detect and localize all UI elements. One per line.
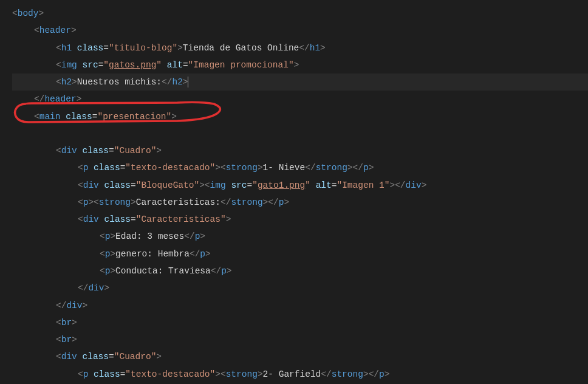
attr-value: titulo-blog (114, 43, 173, 53)
text-content: Edad: 3 meses (115, 231, 184, 241)
tag: img (210, 180, 226, 190)
tag: p (83, 163, 89, 173)
code-line[interactable]: <div class="Cuadro"> (12, 348, 588, 365)
attr: class (94, 369, 120, 379)
tag: div (61, 352, 77, 362)
code-line[interactable]: <body> (12, 5, 588, 22)
code-line[interactable]: </header> (12, 91, 588, 108)
tag: div (88, 283, 104, 293)
tag: br (61, 335, 72, 345)
code-line[interactable]: <div class="Cuadro"> (12, 142, 588, 159)
tag: div (61, 146, 77, 156)
attr-value: texto-destacado (131, 163, 210, 173)
attr: src (83, 60, 98, 70)
code-line[interactable]: <p>Edad: 3 meses</p> (12, 228, 588, 245)
attr: class (83, 146, 109, 156)
tag: br (61, 318, 72, 327)
tag: strong (226, 369, 258, 379)
code-line[interactable]: <p><strong>Caracteristicas:</strong></p> (12, 194, 588, 211)
tag: p (200, 249, 205, 259)
attr-value: Imagen promocional (193, 60, 289, 70)
attr: class (104, 214, 131, 224)
code-line[interactable]: <p>Conducta: Traviesa</p> (12, 262, 588, 279)
tag: div (66, 301, 82, 310)
attr-value-link: gatos.png (109, 60, 156, 70)
attr-value: presentacion (103, 112, 166, 122)
tag: div (83, 214, 99, 224)
attr: class (77, 43, 104, 53)
text-content: Tienda de Gatos Online (183, 43, 299, 53)
code-line[interactable]: <header> (12, 22, 588, 39)
attr: class (66, 112, 92, 122)
attr-value: BloqueGato (141, 180, 194, 190)
code-line[interactable]: </div> (12, 279, 588, 297)
tag: p (83, 369, 89, 379)
attr-value: texto-destacado (131, 369, 210, 379)
attr: class (104, 180, 131, 190)
tag: strong (99, 197, 131, 207)
code-editor[interactable]: <body> <header> <h1 class="titulo-blog">… (0, 5, 588, 383)
tag: p (379, 369, 385, 379)
tag: h2 (172, 77, 182, 87)
code-line[interactable]: <main class="presentacion"> (12, 108, 588, 125)
text-content: Caracteristicas: (136, 197, 220, 207)
text-content: 1- Nieve (263, 163, 306, 173)
tag: strong (231, 197, 262, 207)
attr-value: Cuadro (119, 352, 151, 362)
cursor (188, 77, 188, 87)
tag: div (83, 180, 99, 190)
tag: strong (332, 369, 363, 379)
code-line[interactable]: <h1 class="titulo-blog">Tienda de Gatos … (12, 39, 588, 57)
attr-value: Cuadro (119, 146, 151, 156)
tag: body (18, 9, 39, 18)
tag: p (221, 266, 227, 276)
tag: header (39, 26, 71, 35)
tag: h1 (310, 43, 320, 53)
code-line-active[interactable]: <h2>Nuestros michis:</h2> (12, 74, 588, 91)
code-line[interactable]: <p class="texto-destacado"><strong>1- Ni… (12, 159, 588, 176)
attr-value-link: gato1.png (258, 180, 305, 190)
text-content: Conducta: Traviesa (115, 266, 211, 276)
code-line[interactable]: <img src="gatos.png" alt="Imagen promoci… (12, 57, 588, 74)
attr: src (231, 180, 247, 190)
code-line[interactable]: <p>genero: Hembra</p> (12, 245, 588, 262)
tag: strong (316, 163, 347, 173)
attr: alt (167, 60, 183, 70)
code-line-empty[interactable] (12, 125, 588, 142)
code-line[interactable]: <br> (12, 314, 588, 331)
attr-value: Imagen 1 (342, 180, 385, 190)
tag: strong (226, 163, 258, 173)
text-content: Nuestros michis: (77, 77, 162, 87)
attr-value: Caracteristicas (141, 214, 220, 224)
tag: p (363, 163, 369, 173)
attr: alt (316, 180, 332, 190)
code-line[interactable]: <div class="BloqueGato"><img src="gato1.… (12, 177, 588, 194)
code-line[interactable]: <br> (12, 331, 588, 348)
tag: img (61, 60, 77, 70)
code-line[interactable]: <div class="Caracteristicas"> (12, 211, 588, 228)
attr: class (83, 352, 109, 362)
code-line[interactable]: </div> (12, 297, 588, 314)
tag: main (39, 112, 61, 122)
tag: h1 (61, 43, 72, 53)
attr: class (94, 163, 120, 173)
text-content: 2- Garfield (263, 369, 321, 379)
code-line[interactable]: <p class="texto-destacado"><strong>2- Ga… (12, 366, 588, 383)
text-content: genero: Hembra (115, 249, 190, 259)
tag: div (406, 180, 422, 190)
tag: header (44, 94, 76, 104)
tag: h2 (61, 77, 72, 87)
